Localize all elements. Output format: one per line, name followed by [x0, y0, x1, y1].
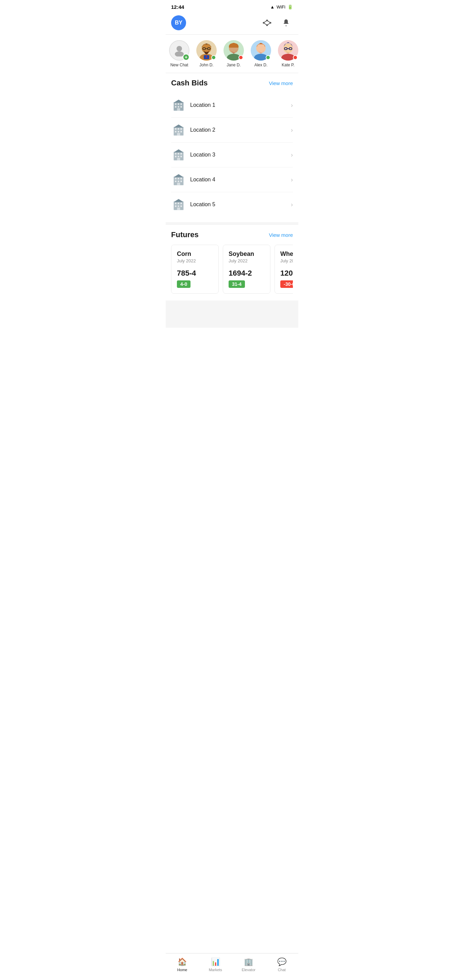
location-2-name: Location 2 — [190, 127, 291, 133]
main-content: Cash Bids View more — [166, 73, 298, 328]
location-4-chevron: › — [291, 176, 293, 183]
svg-rect-50 — [175, 178, 176, 180]
john-status-dot — [211, 55, 216, 60]
contact-john[interactable]: John D. — [193, 40, 220, 67]
location-item-5[interactable]: Location 5 › — [171, 192, 293, 217]
svg-rect-56 — [177, 183, 180, 185]
svg-rect-35 — [175, 131, 176, 133]
contact-kate[interactable]: Kate P. — [275, 40, 298, 67]
location-item-1[interactable]: Location 1 › — [171, 93, 293, 118]
share-icon — [262, 19, 272, 27]
bell-icon — [282, 19, 290, 27]
svg-point-4 — [176, 46, 182, 51]
location-item-2[interactable]: Location 2 › — [171, 118, 293, 143]
contact-jane[interactable]: Jane D. — [220, 40, 247, 67]
futures-card-wheat[interactable]: Whea... July 2022... 1200- -30-6 — [275, 245, 293, 294]
notifications-button[interactable] — [279, 16, 293, 30]
home-icon: 🏠 — [178, 958, 187, 966]
location-5-chevron: › — [291, 201, 293, 208]
status-icons: ▲ WiFi 🔋 — [270, 5, 293, 10]
alex-status-dot — [266, 55, 270, 60]
location-3-chevron: › — [291, 151, 293, 159]
contact-name-john: John D. — [199, 63, 213, 67]
svg-point-0 — [263, 22, 265, 24]
contact-new-chat[interactable]: + New Chat — [166, 40, 193, 67]
svg-rect-32 — [175, 128, 176, 130]
location-4-icon — [171, 172, 186, 187]
corn-change: 4-0 — [177, 280, 191, 288]
kate-avatar-wrapper — [278, 40, 298, 60]
svg-rect-59 — [175, 203, 176, 205]
svg-point-3 — [266, 24, 268, 26]
svg-rect-37 — [180, 131, 182, 133]
new-chat-avatar-wrapper: + — [169, 40, 189, 60]
markets-icon: 📊 — [211, 958, 220, 966]
location-3-name: Location 3 — [190, 152, 291, 158]
location-item-4[interactable]: Location 4 › — [171, 167, 293, 192]
chat-icon: 💬 — [277, 958, 286, 966]
svg-rect-41 — [175, 153, 176, 155]
svg-rect-64 — [180, 205, 182, 207]
soybean-date: July 2022 — [229, 258, 265, 263]
nav-markets[interactable]: 📊 Markets — [203, 956, 227, 973]
share-button[interactable] — [260, 16, 274, 30]
status-time: 12:44 — [171, 4, 184, 10]
futures-card-soybean[interactable]: Soybean July 2022 1694-2 31-4 — [223, 245, 270, 294]
svg-rect-24 — [178, 103, 179, 105]
soybean-title: Soybean — [229, 250, 265, 258]
futures-view-more[interactable]: View more — [269, 232, 293, 238]
bottom-nav: 🏠 Home 📊 Markets 🏢 Elevator 💬 Chat — [166, 953, 298, 980]
location-5-icon — [171, 197, 186, 212]
kate-status-dot — [293, 55, 298, 60]
corn-price: 785-4 — [177, 269, 213, 278]
svg-rect-26 — [175, 106, 176, 108]
cash-bids-view-more[interactable]: View more — [269, 80, 293, 86]
soybean-change: 31-4 — [229, 280, 245, 288]
jane-avatar-wrapper — [224, 40, 244, 60]
nav-home[interactable]: 🏠 Home — [170, 956, 194, 973]
nav-home-label: Home — [177, 968, 187, 972]
svg-rect-36 — [178, 131, 179, 133]
svg-rect-45 — [178, 156, 179, 158]
jane-status-dot — [238, 55, 243, 60]
nav-elevator-label: Elevator — [242, 968, 256, 972]
futures-header: Futures View more — [171, 231, 293, 239]
user-avatar[interactable]: BY — [171, 15, 186, 30]
nav-markets-label: Markets — [209, 968, 222, 972]
svg-marker-66 — [174, 199, 184, 202]
corn-title: Corn — [177, 250, 213, 258]
svg-rect-23 — [175, 103, 176, 105]
svg-rect-25 — [180, 103, 182, 105]
svg-rect-63 — [178, 205, 179, 207]
cash-bids-title: Cash Bids — [171, 79, 208, 88]
wheat-date: July 2022... — [280, 258, 293, 263]
contact-name-alex: Alex D. — [254, 63, 268, 67]
location-list: Location 1 › — [171, 93, 293, 217]
nav-chat-label: Chat — [278, 968, 286, 972]
location-3-icon — [171, 147, 186, 162]
futures-card-corn[interactable]: Corn July 2022 785-4 4-0 — [171, 245, 219, 294]
soybean-price: 1694-2 — [229, 269, 265, 278]
svg-rect-53 — [175, 181, 176, 182]
contact-name-jane: Jane D. — [227, 63, 240, 67]
signal-icon: ▲ — [270, 5, 275, 10]
svg-rect-52 — [180, 178, 182, 180]
location-5-name: Location 5 — [190, 202, 291, 208]
nav-elevator[interactable]: 🏢 Elevator — [237, 956, 261, 973]
svg-rect-46 — [180, 156, 182, 158]
nav-chat[interactable]: 💬 Chat — [270, 956, 294, 973]
john-avatar-wrapper — [196, 40, 217, 60]
app-header: BY — [166, 13, 298, 35]
location-item-3[interactable]: Location 3 › — [171, 143, 293, 167]
svg-rect-34 — [180, 128, 182, 130]
battery-icon: 🔋 — [288, 5, 293, 10]
svg-point-5 — [175, 51, 184, 56]
location-1-name: Location 1 — [190, 102, 291, 108]
svg-rect-28 — [180, 106, 182, 108]
futures-section: Futures View more Corn July 2022 785-4 4… — [166, 225, 298, 301]
contact-alex[interactable]: Alex D. — [247, 40, 275, 67]
svg-rect-65 — [177, 208, 180, 210]
location-4-name: Location 4 — [190, 177, 291, 183]
location-1-chevron: › — [291, 102, 293, 109]
svg-rect-61 — [180, 203, 182, 205]
